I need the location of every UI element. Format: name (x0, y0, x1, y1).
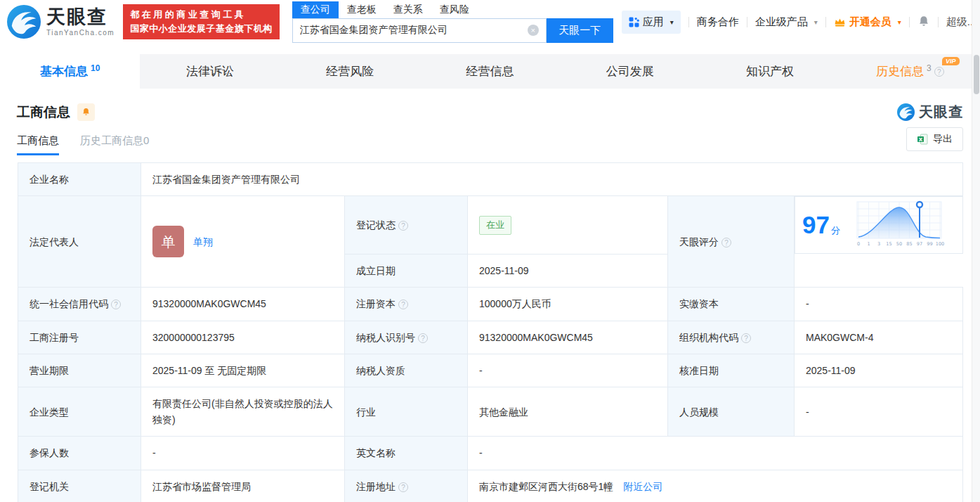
business-term-value: 2025-11-09 至 无固定期限 (141, 354, 345, 387)
tab-operation-info[interactable]: 经营信息 (420, 54, 560, 89)
field-label: 成立日期 (345, 254, 468, 287)
svg-text:3: 3 (877, 241, 880, 247)
field-label: 企业名称 (18, 163, 141, 196)
tab-operation-risk[interactable]: 经营风险 (280, 54, 420, 89)
crown-icon (834, 17, 846, 27)
search-tab-boss[interactable]: 查老板 (339, 1, 385, 18)
tab-company-development[interactable]: 公司发展 (560, 54, 700, 89)
company-type-value: 有限责任公司(非自然人投资或控股的法人独资) (141, 387, 345, 437)
tab-basic-info[interactable]: 基本信息 10 (0, 54, 140, 89)
business-cooperation-link[interactable]: 商务合作 (697, 15, 739, 29)
taxpayer-id-value: 91320000MAK0GWCM45 (468, 321, 668, 354)
tab-history-info[interactable]: VIP 历史信息 3 ? (840, 54, 980, 89)
company-nav-tabs: 基本信息 10 法律诉讼 经营风险 经营信息 公司发展 知识产权 VIP 历史信… (0, 54, 980, 89)
field-label: 营业期限 (18, 354, 141, 387)
help-icon[interactable]: ? (418, 333, 428, 343)
svg-text:1: 1 (867, 241, 870, 247)
field-label: 登记机关 (18, 470, 141, 502)
search-tab-company[interactable]: 查公司 (292, 1, 339, 18)
svg-text:X: X (919, 137, 923, 143)
tianyancha-logo-icon (7, 5, 41, 39)
field-label: 参保人数 (18, 437, 141, 470)
watermark-label: 天眼查 (919, 103, 963, 122)
score-marker-pin (917, 202, 922, 207)
svg-text:99: 99 (927, 241, 932, 247)
search-input[interactable] (300, 25, 528, 36)
svg-text:85: 85 (906, 241, 912, 247)
legal-rep-avatar[interactable]: 单 (152, 226, 184, 257)
table-row: 营业期限 2025-11-09 至 无固定期限 纳税人资质 - 核准日期 202… (18, 354, 963, 387)
field-label: 纳税人资质 (345, 354, 468, 387)
table-row: 法定代表人 单 单翔 登记状态? 在业 天眼评分? 97分 (18, 196, 963, 255)
header-menu: 应用 ▾ 商务合作 企业级产品 ▾ 开通会员 ▾ (622, 11, 980, 34)
monitor-bell-button[interactable] (77, 103, 95, 121)
subtab-business-info[interactable]: 工商信息 (17, 134, 59, 155)
svg-text:50: 50 (896, 241, 902, 247)
subtab-history-business-info[interactable]: 历史工商信息0 (80, 134, 149, 155)
reg-authority-value: 江苏省市场监督管理局 (141, 470, 345, 502)
promo-banner: 都在用的商业查询工具 国家中小企业发展子基金旗下机构 (123, 4, 280, 39)
field-label: 英文名称 (345, 437, 468, 470)
business-info-table: 企业名称 江苏省国金集团资产管理有限公司 法定代表人 单 单翔 登记状态? 在业… (18, 162, 963, 502)
field-label: 登记状态? (345, 196, 468, 255)
search-tab-risk[interactable]: 查风险 (431, 1, 478, 18)
apps-label: 应用 (643, 15, 664, 29)
top-header: 天眼查 TianYanCha.com 都在用的商业查询工具 国家中小企业发展子基… (0, 0, 980, 44)
legal-rep-link[interactable]: 单翔 (193, 234, 213, 250)
table-row: 登记机关 江苏省市场监督管理局 注册地址? 南京市建邺区河西大街68号1幢 附近… (18, 470, 963, 502)
table-row: 企业名称 江苏省国金集团资产管理有限公司 (18, 163, 963, 196)
tab-legal-litigation[interactable]: 法律诉讼 (140, 54, 280, 89)
tab-count: 10 (91, 63, 100, 73)
chevron-down-icon: ▾ (814, 18, 818, 26)
field-label: 核准日期 (668, 354, 795, 387)
field-label: 行业 (345, 387, 468, 437)
table-row: 企业类型 有限责任公司(非自然人投资或控股的法人独资) 行业 其他金融业 人员规… (18, 387, 963, 437)
field-label: 法定代表人 (18, 196, 141, 288)
table-row: 工商注册号 320000000123795 纳税人识别号? 91320000MA… (18, 321, 963, 354)
help-icon[interactable]: ? (741, 333, 751, 343)
clear-search-icon[interactable]: × (528, 25, 539, 36)
help-icon[interactable]: ? (398, 482, 408, 492)
search-area: 查公司 查老板 查关系 查风险 × 天眼一下 (292, 1, 613, 43)
logo-title: 天眼查 (46, 8, 115, 27)
svg-text:0: 0 (857, 241, 860, 247)
chevron-down-icon: ▾ (670, 18, 674, 26)
insured-count-value: - (141, 437, 345, 470)
apps-menu[interactable]: 应用 ▾ (622, 11, 681, 34)
field-label: 人员规模 (668, 387, 795, 437)
tianyancha-watermark: 天眼查 (897, 103, 963, 122)
scrollbar-thumb[interactable] (974, 55, 979, 94)
apps-grid-icon (629, 17, 639, 27)
score-distribution-chart: 0 1 3 15 50 85 97 99 100 (847, 200, 946, 250)
bell-icon (81, 108, 91, 117)
svg-text:15: 15 (886, 241, 891, 247)
help-icon[interactable]: ? (111, 300, 121, 309)
search-button[interactable]: 天眼一下 (547, 18, 613, 43)
paid-capital-value: - (795, 288, 963, 321)
industry-value: 其他金融业 (468, 387, 668, 437)
help-icon[interactable]: ? (398, 221, 408, 231)
enterprise-products-menu[interactable]: 企业级产品 ▾ (755, 15, 818, 29)
export-button[interactable]: X 导出 (906, 127, 963, 151)
field-label: 注册资本? (345, 288, 468, 321)
notifications-button[interactable] (917, 15, 930, 28)
field-label: 组织机构代码? (668, 321, 795, 354)
open-vip-menu[interactable]: 开通会员 ▾ (834, 15, 901, 29)
chevron-down-icon: ▾ (898, 18, 901, 26)
help-icon[interactable]: ? (934, 67, 944, 77)
help-icon[interactable]: ? (721, 238, 731, 247)
field-label: 纳税人识别号? (345, 321, 468, 354)
svg-text:100: 100 (936, 241, 944, 247)
score-value: 97 (802, 211, 830, 238)
reg-capital-value: 100000万人民币 (468, 288, 668, 321)
tab-intellectual-property[interactable]: 知识产权 (700, 54, 839, 89)
english-name-value: - (468, 437, 963, 470)
reg-address-value: 南京市建邺区河西大街68号1幢 (479, 481, 613, 492)
tianyancha-logo[interactable]: 天眼查 TianYanCha.com (7, 5, 115, 39)
excel-icon: X (917, 134, 928, 145)
table-row: 统一社会信用代码? 91320000MAK0GWCM45 注册资本? 10000… (18, 288, 963, 321)
search-tab-relation[interactable]: 查关系 (385, 1, 431, 18)
nearby-companies-link[interactable]: 附近公司 (623, 481, 662, 492)
help-icon[interactable]: ? (398, 300, 408, 309)
taxpayer-quality-value: - (468, 354, 668, 387)
